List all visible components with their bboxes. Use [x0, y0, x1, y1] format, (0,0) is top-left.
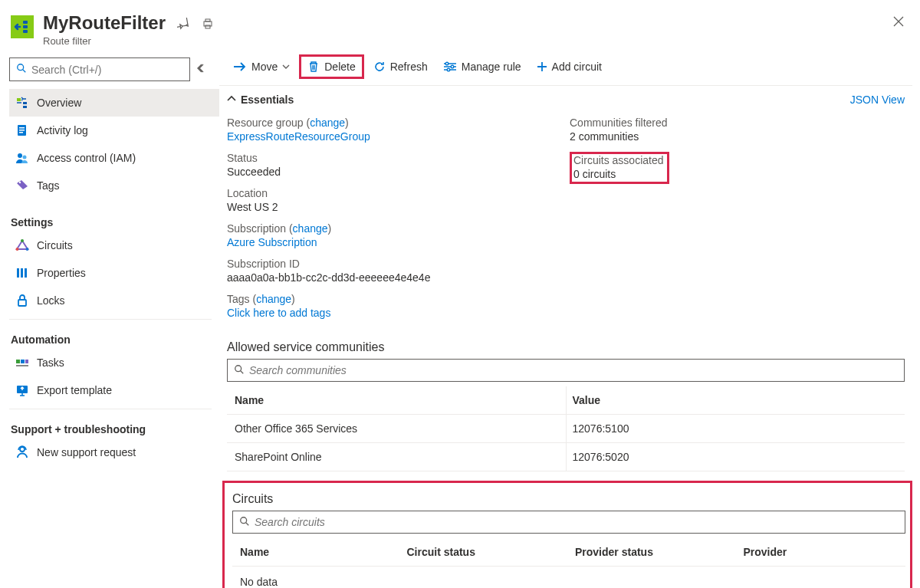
tags-change-link[interactable]: change [256, 293, 291, 305]
delete-button[interactable]: Delete [299, 54, 363, 79]
print-icon[interactable] [201, 17, 215, 31]
location-value: West US 2 [227, 201, 570, 213]
svg-point-34 [241, 517, 247, 523]
move-button[interactable]: Move [227, 57, 296, 77]
subscription-id-value: aaaa0a0a-bb1b-cc2c-dd3d-eeeeee4e4e4e [227, 271, 570, 284]
manage-rule-button[interactable]: Manage rule [437, 57, 527, 77]
communities-value: 2 communities [570, 130, 912, 143]
sidebar-section-automation: Automation [9, 319, 212, 349]
svg-point-19 [26, 248, 29, 251]
svg-point-18 [21, 239, 24, 242]
overview-icon [15, 96, 29, 110]
sidebar-item-access-control[interactable]: Access control (IAM) [9, 144, 219, 172]
locks-icon [15, 294, 29, 307]
sidebar-item-label: Locks [37, 294, 65, 307]
svg-point-31 [451, 65, 454, 68]
sidebar-item-overview[interactable]: Overview [9, 89, 219, 117]
col-circuit-status[interactable]: Circuit status [401, 538, 570, 567]
search-communities[interactable] [227, 359, 905, 382]
resource-group-label: Resource group (change) [227, 117, 570, 129]
status-value: Succeeded [227, 166, 570, 178]
sidebar-item-export-template[interactable]: Export template [9, 376, 219, 404]
svg-rect-7 [17, 98, 21, 101]
search-communities-input[interactable] [249, 364, 898, 376]
svg-rect-1 [23, 25, 28, 28]
svg-point-15 [23, 156, 27, 159]
col-provider-status[interactable]: Provider status [569, 538, 738, 567]
svg-point-32 [447, 68, 450, 71]
svg-rect-24 [16, 360, 20, 363]
refresh-icon [373, 61, 386, 73]
status-label: Status [227, 152, 570, 164]
access-control-icon [15, 151, 29, 165]
subscription-value[interactable]: Azure Subscription [227, 236, 570, 248]
resource-group-value[interactable]: ExpressRouteResourceGroup [227, 130, 570, 143]
properties-icon [15, 266, 29, 280]
svg-rect-26 [25, 360, 28, 363]
collapse-sidebar-icon[interactable] [190, 63, 213, 76]
sidebar-section-settings: Settings [9, 202, 212, 232]
svg-rect-27 [16, 365, 28, 366]
col-provider[interactable]: Provider [738, 538, 906, 567]
svg-rect-4 [205, 19, 210, 21]
search-icon [234, 364, 245, 377]
sidebar-search[interactable] [9, 57, 190, 81]
close-icon[interactable] [889, 12, 908, 33]
circuits-associated-highlight: Circuits associated 0 circuits [570, 152, 669, 184]
refresh-button[interactable]: Refresh [367, 57, 434, 77]
svg-point-6 [18, 64, 24, 71]
subscription-change-link[interactable]: change [293, 222, 328, 235]
sidebar-item-new-support-request[interactable]: New support request [9, 439, 219, 466]
sidebar-item-label: Circuits [37, 239, 73, 251]
sidebar-search-input[interactable] [31, 64, 183, 76]
sidebar-item-properties[interactable]: Properties [9, 259, 219, 287]
search-icon [16, 63, 27, 76]
col-name[interactable]: Name [232, 538, 401, 567]
col-name[interactable]: Name [227, 386, 566, 415]
add-circuit-button[interactable]: Add circuit [531, 57, 608, 77]
essentials-label: Essentials [241, 94, 294, 106]
sidebar-item-activity-log[interactable]: Activity log [9, 117, 219, 144]
circuits-highlight: Circuits Name Circuit status Provider st… [222, 481, 912, 588]
delete-icon [307, 61, 320, 73]
circuits-icon [15, 238, 29, 252]
sidebar-item-label: Access control (IAM) [37, 152, 136, 164]
tags-icon [15, 179, 29, 192]
tasks-icon [15, 356, 29, 370]
col-value[interactable]: Value [566, 386, 905, 415]
sidebar-item-locks[interactable]: Locks [9, 287, 219, 314]
export-template-icon [15, 383, 29, 397]
svg-rect-21 [21, 268, 23, 278]
table-row[interactable]: Other Office 365 Services 12076:5100 [227, 415, 905, 443]
resource-group-change-link[interactable]: change [310, 117, 345, 129]
sidebar-item-circuits[interactable]: Circuits [9, 232, 219, 259]
add-circuit-label: Add circuit [552, 61, 602, 73]
allowed-communities-table: Name Value Other Office 365 Services 120… [227, 386, 905, 471]
svg-point-14 [18, 153, 22, 158]
svg-point-33 [235, 365, 242, 371]
svg-rect-9 [23, 106, 27, 108]
activity-log-icon [15, 123, 29, 137]
manage-rule-icon [443, 61, 457, 72]
pin-icon[interactable] [176, 17, 190, 31]
sidebar-item-tags[interactable]: Tags [9, 172, 219, 199]
svg-rect-13 [19, 132, 23, 133]
svg-point-16 [19, 182, 21, 183]
table-row[interactable]: SharePoint Online 12076:5020 [227, 443, 905, 471]
tags-value[interactable]: Click here to add tags [227, 307, 570, 319]
manage-rule-label: Manage rule [462, 61, 521, 73]
page-title: MyRouteFilter [43, 12, 166, 34]
allowed-communities-title: Allowed service communities [227, 336, 912, 359]
search-circuits-input[interactable] [255, 516, 899, 528]
circuits-table: Name Circuit status Provider status Prov… [232, 538, 905, 567]
svg-point-29 [20, 447, 25, 452]
sidebar-section-support: Support + troubleshooting [9, 409, 212, 439]
sidebar-item-tasks[interactable]: Tasks [9, 349, 219, 376]
search-icon [239, 516, 250, 529]
search-circuits[interactable] [232, 511, 905, 534]
chevron-down-icon [282, 61, 290, 73]
json-view-link[interactable]: JSON View [850, 94, 912, 106]
essentials-toggle[interactable] [227, 94, 236, 106]
svg-rect-0 [23, 21, 28, 24]
svg-rect-23 [18, 300, 26, 306]
